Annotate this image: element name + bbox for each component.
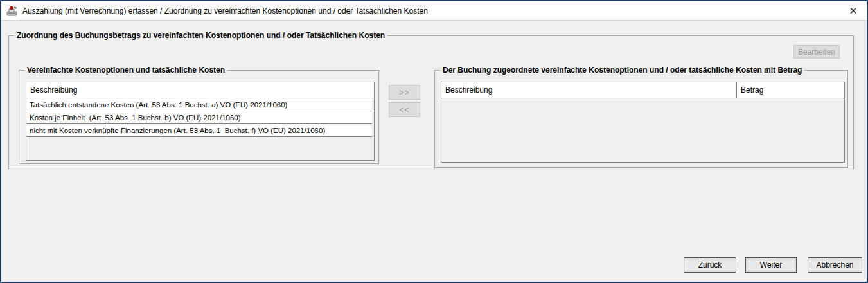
available-costs-table-header: Beschreibung: [26, 82, 374, 98]
available-costs-groupbox: Vereinfachte Kostenoptionen und tatsächl…: [19, 70, 379, 164]
available-costs-table[interactable]: Beschreibung Tatsächlich entstandene Kos…: [26, 82, 375, 161]
column-header-beschreibung: Beschreibung: [26, 82, 374, 98]
dialog-body: Zuordnung des Buchungsbetrags zu vereinf…: [1, 21, 867, 282]
back-button[interactable]: Zurück: [684, 257, 736, 273]
close-icon[interactable]: ✕: [844, 1, 863, 21]
column-header-betrag: Betrag: [737, 82, 844, 98]
assigned-costs-groupbox: Der Buchung zugeordnete vereinfachte Kos…: [434, 70, 848, 168]
window-title: Auszahlung (mit Verrechnung) erfassen / …: [22, 6, 428, 15]
transfer-remove-button[interactable]: <<: [389, 102, 420, 117]
edit-button[interactable]: Bearbeiten: [793, 45, 840, 59]
cancel-button[interactable]: Abbrechen: [808, 257, 862, 273]
assignment-groupbox-label: Zuordnung des Buchungsbetrags zu vereinf…: [14, 30, 387, 41]
next-button[interactable]: Weiter: [745, 257, 797, 273]
dialog-window: Auszahlung (mit Verrechnung) erfassen / …: [0, 0, 868, 283]
titlebar: Auszahlung (mit Verrechnung) erfassen / …: [1, 1, 867, 21]
column-header-beschreibung: Beschreibung: [441, 82, 737, 98]
cost-option-row[interactable]: nicht mit Kosten verknüpfte Finanzierung…: [26, 124, 372, 137]
available-costs-groupbox-label: Vereinfachte Kostenoptionen und tatsächl…: [24, 65, 227, 76]
assignment-groupbox: Zuordnung des Buchungsbetrags zu vereinf…: [8, 35, 854, 169]
transfer-add-button[interactable]: >>: [389, 85, 420, 100]
cost-option-row[interactable]: Tatsächlich entstandene Kosten (Art. 53 …: [26, 98, 372, 111]
app-icon: [6, 5, 18, 17]
assigned-costs-groupbox-label: Der Buchung zugeordnete vereinfachte Kos…: [440, 65, 804, 76]
assigned-costs-table-header: Beschreibung Betrag: [441, 82, 844, 98]
cost-option-row[interactable]: Kosten je Einheit (Art. 53 Abs. 1 Buchst…: [26, 111, 372, 124]
assigned-costs-table[interactable]: Beschreibung Betrag: [441, 82, 845, 163]
